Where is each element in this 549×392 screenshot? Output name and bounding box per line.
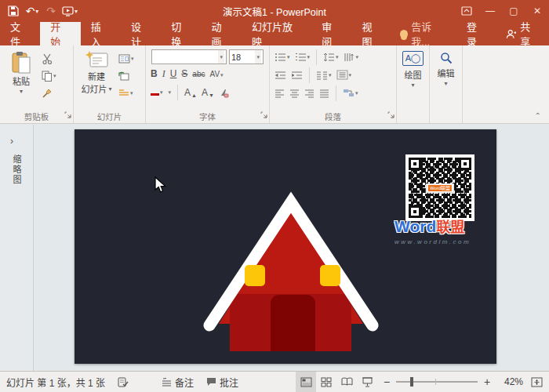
columns-button[interactable]: ▾: [316, 68, 332, 82]
slide-number-indicator[interactable]: 幻灯片 第 1 张，共 1 张: [0, 372, 111, 392]
align-right-button[interactable]: [304, 86, 314, 100]
change-case-dropdown-icon[interactable]: ▾: [169, 89, 172, 96]
slide-sorter-view-button[interactable]: [316, 372, 336, 392]
qat-customize-icon[interactable]: ▾: [75, 8, 78, 15]
drawing-label: 绘图: [405, 68, 422, 81]
font-name-dropdown-icon[interactable]: ▾: [218, 50, 224, 64]
tab-animations[interactable]: 动画: [202, 22, 242, 45]
columns-dropdown-icon[interactable]: ▾: [329, 72, 332, 78]
notes-toggle[interactable]: 备注: [155, 372, 200, 392]
tab-slideshow[interactable]: 幻灯片放映: [242, 22, 311, 45]
font-color-button[interactable]: ▾: [151, 89, 163, 96]
decrease-indent-button[interactable]: [274, 68, 286, 82]
smartart-dropdown-icon[interactable]: ▾: [355, 90, 358, 96]
add-section-button[interactable]: ▾: [118, 86, 134, 100]
fit-slide-to-window-button[interactable]: [528, 377, 549, 387]
format-painter-button[interactable]: [42, 86, 56, 100]
grow-font-button[interactable]: A▲: [184, 87, 197, 98]
paste-dropdown-icon[interactable]: ▾: [20, 88, 23, 95]
underline-button[interactable]: U: [170, 68, 177, 79]
numbering-dropdown-icon[interactable]: ▾: [307, 54, 311, 60]
collapse-ribbon-icon[interactable]: ⌃: [535, 111, 541, 120]
expand-pane-icon[interactable]: ›: [10, 136, 13, 147]
zoom-percentage[interactable]: 42%: [496, 376, 523, 387]
numbering-button[interactable]: ▾: [295, 50, 311, 64]
redo-button[interactable]: ↷: [42, 2, 60, 20]
convert-smartart-button[interactable]: ▾: [343, 86, 358, 100]
thumbnail-pane-collapsed[interactable]: › 缩略图: [0, 125, 34, 371]
section-dropdown-icon[interactable]: ▾: [130, 90, 133, 96]
copy-dropdown-icon[interactable]: ▾: [53, 73, 56, 79]
clear-formatting-button[interactable]: [219, 88, 229, 98]
start-slideshow-button[interactable]: ▾: [61, 2, 78, 20]
qr-pattern: Word联盟: [409, 158, 471, 218]
layout-dropdown-icon[interactable]: ▾: [131, 56, 134, 62]
zoom-slider[interactable]: [396, 381, 478, 383]
reading-view-button[interactable]: [336, 372, 357, 392]
bold-button[interactable]: B: [151, 68, 158, 79]
copy-button[interactable]: ▾: [42, 69, 56, 83]
change-case-button[interactable]: ▾: [168, 89, 172, 96]
sign-in-button[interactable]: 登录: [456, 19, 496, 49]
person-plus-icon: [506, 29, 516, 39]
justify-button[interactable]: [319, 86, 329, 100]
zoom-slider-thumb[interactable]: [410, 377, 413, 387]
undo-dropdown-icon[interactable]: ▾: [35, 8, 38, 15]
house-door-shape: [271, 295, 315, 351]
new-slide-dropdown-icon[interactable]: ▾: [108, 85, 111, 93]
align-text-dropdown-icon[interactable]: ▾: [349, 72, 352, 78]
font-size-combo[interactable]: 18 ▾: [229, 49, 264, 64]
save-icon[interactable]: [5, 2, 22, 20]
paragraph-dialog-launcher-icon[interactable]: [387, 107, 394, 122]
align-text-button[interactable]: ▾: [336, 68, 352, 82]
new-slide-button[interactable]: 新建 幻灯片 ▾: [76, 48, 117, 111]
shrink-font-button[interactable]: A▼: [202, 87, 214, 98]
tell-me-box[interactable]: 告诉我...: [392, 19, 456, 49]
spell-check-button[interactable]: [111, 372, 135, 392]
line-spacing-button[interactable]: ▾: [323, 50, 339, 64]
paragraph-separator-3: [336, 85, 336, 101]
clipboard-dialog-launcher-icon[interactable]: [64, 107, 71, 122]
tab-insert[interactable]: 插入: [81, 22, 121, 45]
text-direction-dropdown-icon[interactable]: ▾: [356, 54, 359, 60]
align-left-button[interactable]: [274, 86, 285, 100]
character-spacing-button[interactable]: AV ▾: [209, 70, 223, 78]
drawing-button[interactable]: A◯ 绘图 ▾: [399, 48, 427, 111]
workspace: › 缩略图 Word联盟: [0, 125, 549, 371]
editing-button[interactable]: 编辑 ▾: [432, 48, 460, 111]
undo-button[interactable]: ↶ ▾: [24, 2, 41, 20]
comments-toggle[interactable]: 批注: [200, 372, 245, 392]
italic-button[interactable]: I: [162, 68, 165, 80]
align-center-button[interactable]: [289, 86, 300, 100]
strikethrough-button[interactable]: S: [181, 68, 187, 79]
font-color-dropdown-icon[interactable]: ▾: [160, 89, 163, 96]
paste-button[interactable]: 粘贴 ▾: [2, 48, 40, 111]
line-spacing-dropdown-icon[interactable]: ▾: [336, 54, 339, 60]
tab-review[interactable]: 审阅: [311, 22, 351, 45]
increase-indent-button[interactable]: [291, 68, 303, 82]
slide-layout-button[interactable]: ▾: [118, 52, 134, 66]
tab-home[interactable]: 开始: [40, 22, 80, 45]
font-size-dropdown-icon[interactable]: ▾: [255, 50, 261, 64]
cut-button[interactable]: [42, 52, 56, 66]
bullets-dropdown-icon[interactable]: ▾: [287, 54, 290, 60]
house-window-left: [245, 265, 265, 286]
zoom-out-button[interactable]: −: [382, 376, 391, 388]
editing-dropdown-icon[interactable]: ▾: [444, 80, 447, 87]
text-shadow-button[interactable]: abc: [192, 70, 205, 78]
tab-transitions[interactable]: 切换: [161, 22, 201, 45]
font-dialog-launcher-icon[interactable]: [260, 107, 267, 122]
tab-view[interactable]: 视图: [351, 22, 391, 45]
normal-view-button[interactable]: [296, 372, 316, 392]
text-direction-button[interactable]: ▾: [344, 50, 359, 64]
tab-design[interactable]: 设计: [121, 22, 161, 45]
font-name-combo[interactable]: ▾: [151, 49, 227, 64]
tab-file[interactable]: 文件: [0, 22, 40, 45]
bullets-button[interactable]: ▾: [274, 50, 290, 64]
share-button[interactable]: 共享: [496, 19, 549, 49]
slideshow-view-button[interactable]: [357, 372, 377, 392]
zoom-in-button[interactable]: +: [482, 376, 492, 388]
reset-slide-button[interactable]: [118, 69, 134, 83]
character-spacing-dropdown-icon[interactable]: ▾: [220, 72, 224, 78]
drawing-dropdown-icon[interactable]: ▾: [411, 82, 414, 89]
